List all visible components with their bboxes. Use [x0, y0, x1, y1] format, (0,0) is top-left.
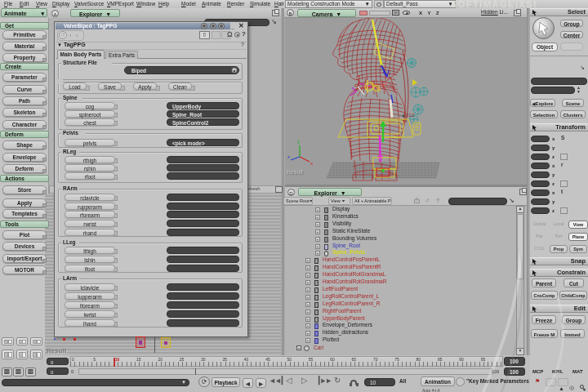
- svg-text:x: x: [310, 161, 313, 166]
- svg-text:z: z: [287, 154, 290, 159]
- svg-text:y: y: [297, 139, 300, 144]
